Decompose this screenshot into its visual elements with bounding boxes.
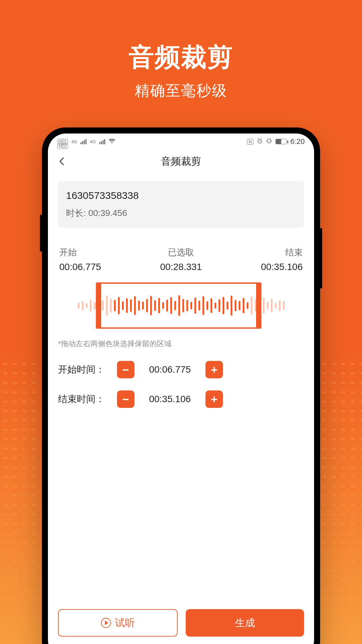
start-label: 开始 bbox=[59, 247, 101, 258]
alarm-icon bbox=[257, 138, 263, 146]
signal-icon-1 bbox=[80, 139, 86, 144]
file-name: 1630573358338 bbox=[66, 190, 296, 201]
end-time-input[interactable]: 00:35.106 bbox=[140, 391, 200, 407]
vibrate-icon bbox=[266, 138, 272, 146]
waveform-bar bbox=[279, 300, 281, 311]
selected-value: 00:28.331 bbox=[160, 262, 202, 272]
waveform-bar bbox=[90, 300, 92, 312]
back-button[interactable] bbox=[57, 157, 67, 166]
start-plus-button[interactable]: + bbox=[205, 361, 223, 378]
hd2-icon: HD2 bbox=[57, 144, 68, 149]
waveform-bar bbox=[94, 302, 96, 309]
drag-hint: *拖动左右两侧色块选择保留的区域 bbox=[58, 339, 304, 349]
start-time-label: 开始时间： bbox=[58, 363, 112, 376]
end-minus-button[interactable]: − bbox=[117, 390, 134, 408]
phone-screen: HD1 4G 4G HD2 N bbox=[48, 133, 314, 644]
clock: 6:20 bbox=[290, 137, 305, 146]
start-time-input[interactable]: 00:06.775 bbox=[140, 362, 200, 378]
waveform-bar bbox=[263, 298, 264, 314]
bottom-actions: 试听 生成 bbox=[58, 609, 304, 644]
net-label-2: 4G bbox=[90, 139, 96, 144]
waveform-bar bbox=[267, 302, 268, 309]
waveform-bar bbox=[271, 299, 273, 312]
hero-subtitle: 精确至毫秒级 bbox=[0, 81, 362, 101]
wifi-icon bbox=[109, 138, 115, 146]
start-value: 00:06.775 bbox=[59, 262, 101, 272]
waveform-bar bbox=[275, 303, 277, 308]
waveform-bar bbox=[78, 303, 79, 309]
play-icon bbox=[101, 618, 111, 628]
status-bar: HD1 4G 4G HD2 N bbox=[48, 133, 314, 150]
end-time-label: 结束时间： bbox=[58, 393, 112, 406]
start-time-control: 开始时间： − 00:06.775 + bbox=[58, 361, 304, 378]
signal-icon-2 bbox=[99, 139, 105, 144]
file-duration: 时长: 00:39.456 bbox=[66, 207, 296, 219]
generate-label: 生成 bbox=[235, 616, 255, 630]
page-title: 音频裁剪 bbox=[161, 155, 201, 168]
time-readout-row: 开始 00:06.775 已选取 00:28.331 结束 00:35.106 bbox=[58, 247, 304, 272]
start-minus-button[interactable]: − bbox=[117, 361, 134, 378]
waveform-bar bbox=[283, 301, 285, 310]
selection-handle-right[interactable] bbox=[256, 282, 261, 329]
selected-label: 已选取 bbox=[160, 247, 202, 258]
preview-label: 试听 bbox=[115, 616, 135, 630]
file-info-card: 1630573358338 时长: 00:39.456 bbox=[58, 181, 304, 228]
phone-frame: HD1 4G 4G HD2 N bbox=[42, 127, 320, 644]
generate-button[interactable]: 生成 bbox=[186, 609, 304, 637]
net-label-1: 4G bbox=[71, 139, 77, 144]
svg-rect-1 bbox=[268, 139, 270, 143]
preview-button[interactable]: 试听 bbox=[58, 609, 178, 637]
end-plus-button[interactable]: + bbox=[205, 390, 223, 408]
nfc-icon: N bbox=[247, 139, 253, 145]
battery-icon bbox=[276, 139, 287, 144]
end-value: 00:35.106 bbox=[261, 262, 303, 272]
end-time-control: 结束时间： − 00:35.106 + bbox=[58, 390, 304, 408]
waveform[interactable] bbox=[58, 280, 304, 331]
selection-box[interactable] bbox=[100, 282, 257, 329]
end-label: 结束 bbox=[261, 247, 303, 258]
selection-handle-left[interactable] bbox=[96, 282, 101, 329]
waveform-bar bbox=[86, 303, 87, 308]
waveform-bar bbox=[82, 301, 83, 310]
nav-bar: 音频裁剪 bbox=[48, 150, 314, 173]
hero-title: 音频裁剪 bbox=[0, 0, 362, 75]
